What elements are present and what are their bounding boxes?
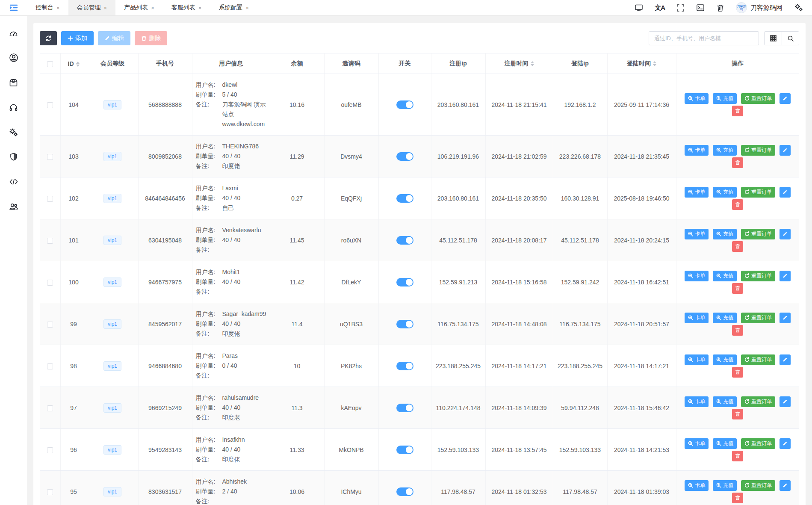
dashboard-icon[interactable] <box>9 28 19 38</box>
row-checkbox[interactable] <box>47 447 53 453</box>
recharge-button[interactable]: 充值 <box>713 438 737 449</box>
card-order-button[interactable]: 卡单 <box>685 396 709 407</box>
users-group-icon[interactable] <box>9 201 19 212</box>
vip-level-badge[interactable]: vip1 <box>103 319 121 329</box>
row-checkbox[interactable] <box>47 102 53 108</box>
topbar-tab[interactable]: 客服列表 × <box>163 0 210 15</box>
status-toggle[interactable] <box>396 100 413 109</box>
row-checkbox[interactable] <box>47 238 53 244</box>
close-icon[interactable]: × <box>104 5 107 11</box>
recharge-button[interactable]: 充值 <box>713 145 737 156</box>
row-checkbox[interactable] <box>47 405 53 411</box>
edit-row-button[interactable] <box>780 354 791 365</box>
delete-row-button[interactable] <box>732 367 743 378</box>
select-all-checkbox[interactable] <box>47 61 53 67</box>
status-toggle[interactable] <box>396 152 413 161</box>
status-toggle[interactable] <box>396 446 413 454</box>
sidebar-collapse-button[interactable] <box>0 0 27 15</box>
support-headset-icon[interactable] <box>9 102 19 112</box>
topbar-tab[interactable]: 产品列表 × <box>115 0 163 15</box>
close-icon[interactable]: × <box>198 5 202 11</box>
refresh-button[interactable] <box>40 31 57 45</box>
topbar-tab[interactable]: 会员管理 × <box>68 0 116 15</box>
reset-order-button[interactable]: 重置订单 <box>741 229 775 239</box>
reset-order-button[interactable]: 重置订单 <box>741 480 775 491</box>
edit-row-button[interactable] <box>780 145 791 156</box>
delete-row-button[interactable] <box>732 241 743 252</box>
edit-row-button[interactable] <box>780 480 791 491</box>
column-grid-button[interactable] <box>765 32 782 45</box>
row-checkbox[interactable] <box>47 363 53 369</box>
search-input[interactable] <box>649 31 759 45</box>
vip-level-badge[interactable]: vip1 <box>103 445 121 455</box>
reset-order-button[interactable]: 重置订单 <box>741 271 775 281</box>
edit-button[interactable]: 编辑 <box>98 31 130 45</box>
reset-order-button[interactable]: 重置订单 <box>741 93 775 104</box>
card-order-button[interactable]: 卡单 <box>685 313 709 323</box>
delete-row-button[interactable] <box>732 199 743 210</box>
sort-icon[interactable] <box>653 61 656 66</box>
edit-row-button[interactable] <box>780 396 791 407</box>
translate-icon[interactable]: 文A <box>655 4 665 12</box>
header-reg-time[interactable]: 注册时间 <box>485 53 553 74</box>
card-order-button[interactable]: 卡单 <box>685 271 709 281</box>
status-toggle[interactable] <box>396 194 413 203</box>
row-checkbox[interactable] <box>47 489 53 495</box>
edit-row-button[interactable] <box>780 229 791 239</box>
delete-row-button[interactable] <box>732 157 743 168</box>
delete-row-button[interactable] <box>732 325 743 336</box>
settings-gears-icon[interactable] <box>794 3 803 12</box>
status-toggle[interactable] <box>396 236 413 245</box>
status-toggle[interactable] <box>396 278 413 286</box>
status-toggle[interactable] <box>396 404 413 412</box>
row-checkbox[interactable] <box>47 154 53 160</box>
header-id[interactable]: ID <box>60 53 87 74</box>
delete-row-button[interactable] <box>732 451 743 461</box>
sort-icon[interactable] <box>76 62 80 67</box>
sort-icon[interactable] <box>531 61 534 66</box>
recharge-button[interactable]: 充值 <box>713 93 737 104</box>
fullscreen-icon[interactable] <box>676 4 685 12</box>
row-checkbox[interactable] <box>47 280 53 286</box>
card-order-button[interactable]: 卡单 <box>685 229 709 239</box>
edit-row-button[interactable] <box>780 438 791 449</box>
reset-order-button[interactable]: 重置订单 <box>741 438 775 449</box>
recharge-button[interactable]: 充值 <box>713 396 737 407</box>
recharge-button[interactable]: 充值 <box>713 313 737 323</box>
vip-level-badge[interactable]: vip1 <box>103 487 121 496</box>
card-order-button[interactable]: 卡单 <box>685 354 709 365</box>
delete-button[interactable]: 删除 <box>135 31 167 45</box>
edit-row-button[interactable] <box>780 313 791 323</box>
status-toggle[interactable] <box>396 362 413 370</box>
row-checkbox[interactable] <box>47 322 53 328</box>
search-submit-button[interactable] <box>782 32 799 45</box>
reset-order-button[interactable]: 重置订单 <box>741 313 775 323</box>
card-order-button[interactable]: 卡单 <box>685 145 709 156</box>
close-icon[interactable]: × <box>245 5 249 11</box>
security-shield-icon[interactable] <box>9 152 19 162</box>
vip-level-badge[interactable]: vip1 <box>103 194 121 203</box>
delete-row-button[interactable] <box>732 283 743 294</box>
status-toggle[interactable] <box>396 320 413 328</box>
vip-level-badge[interactable]: vip1 <box>103 100 121 109</box>
add-button[interactable]: 添加 <box>61 31 94 45</box>
vip-level-badge[interactable]: vip1 <box>103 361 121 371</box>
reset-order-button[interactable]: 重置订单 <box>741 396 775 407</box>
recharge-button[interactable]: 充值 <box>713 229 737 239</box>
status-toggle[interactable] <box>396 487 413 496</box>
reset-order-button[interactable]: 重置订单 <box>741 187 775 198</box>
vip-level-badge[interactable]: vip1 <box>103 152 121 161</box>
reset-order-button[interactable]: 重置订单 <box>741 145 775 156</box>
header-login-time[interactable]: 登陆时间 <box>607 53 676 74</box>
user-account-chip[interactable]: 刀客源码 刀客源码网 <box>736 2 782 13</box>
recharge-button[interactable]: 充值 <box>713 187 737 198</box>
card-order-button[interactable]: 卡单 <box>685 187 709 198</box>
topbar-tab[interactable]: 控制台 × <box>27 0 68 15</box>
vip-level-badge[interactable]: vip1 <box>103 403 121 413</box>
card-order-button[interactable]: 卡单 <box>685 480 709 491</box>
code-icon[interactable] <box>9 177 19 187</box>
card-order-button[interactable]: 卡单 <box>685 93 709 104</box>
recharge-button[interactable]: 充值 <box>713 354 737 365</box>
delete-row-button[interactable] <box>732 409 743 419</box>
recharge-button[interactable]: 充值 <box>713 271 737 281</box>
